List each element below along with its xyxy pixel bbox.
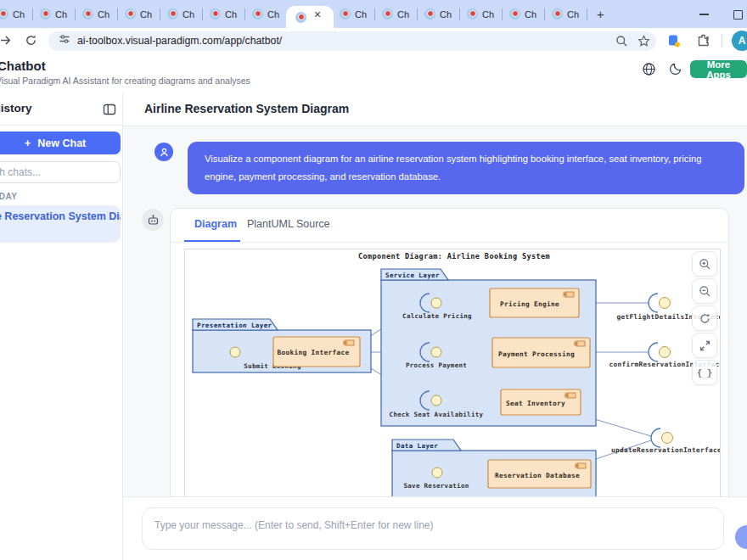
chat-item-title: Airline Reservation System Dia... [0, 210, 121, 222]
browser-tab[interactable]: Ch [34, 0, 74, 28]
new-chat-label: New Chat [37, 137, 86, 149]
send-button[interactable] [735, 525, 747, 549]
svg-text:Check Seat Availability: Check Seat Availability [390, 411, 484, 418]
tab-favicon-icon [252, 8, 263, 20]
bot-avatar [142, 209, 164, 231]
tab-label: Ch [482, 9, 494, 20]
bookmark-star-icon[interactable] [637, 35, 650, 48]
browser-tab[interactable]: Ch [418, 0, 458, 28]
window-minimize-button[interactable] [694, 8, 713, 21]
app-header: Chatbot Visual Paradigm AI Assistant for… [0, 53, 747, 94]
component-icon [344, 340, 354, 345]
component-booking-interface: Booking Interface [273, 337, 360, 367]
tab-favicon-icon [424, 8, 435, 20]
browser-tab[interactable]: Ch [334, 0, 374, 28]
browser-tab[interactable]: Ch [246, 0, 286, 28]
section-label-today: TODAY [0, 192, 17, 201]
new-chat-button[interactable]: + New Chat [0, 132, 121, 154]
tab-diagram[interactable]: Diagram [194, 218, 237, 230]
tab-separator [502, 8, 503, 20]
svg-text:Pricing Engine: Pricing Engine [500, 300, 559, 308]
svg-text:Booking Interface: Booking Interface [278, 349, 350, 356]
view-code-button[interactable] [692, 360, 717, 385]
reload-icon[interactable] [24, 33, 38, 48]
browser-tab-active[interactable] [286, 6, 334, 28]
browser-tab[interactable]: Ch [376, 0, 416, 28]
tab-label: Ch [225, 9, 237, 20]
tab-favicon-icon [167, 8, 178, 20]
new-tab-button[interactable]: + [592, 7, 609, 21]
message-input-bar [123, 496, 747, 560]
dark-mode-moon-icon[interactable] [669, 62, 683, 76]
port-process-payment [431, 347, 441, 357]
browser-tab[interactable]: Ch [546, 0, 586, 28]
svg-text:Seat Inventory: Seat Inventory [506, 400, 565, 407]
message-input[interactable] [142, 507, 724, 550]
browser-tab[interactable]: Ch [76, 0, 116, 28]
browser-tab[interactable]: Ch [119, 0, 159, 28]
profile-avatar[interactable]: A [732, 31, 747, 51]
history-title: History [0, 102, 32, 115]
tab-label: Ch [567, 9, 579, 20]
language-globe-icon[interactable] [642, 62, 656, 76]
svg-text:Save Reservation: Save Reservation [403, 482, 469, 490]
browser-tab-strip: ChChChChChChChChChChChChCh+ [0, 0, 747, 28]
site-info-icon[interactable] [59, 33, 70, 48]
tab-favicon-icon [125, 8, 136, 20]
tab-plantuml-source[interactable]: PlantUML Source [247, 218, 330, 230]
tab-favicon-icon [340, 8, 351, 20]
tab-label: Ch [183, 9, 194, 20]
svg-text:Payment Processing: Payment Processing [498, 350, 575, 358]
browser-tab[interactable]: Ch [503, 0, 543, 28]
tab-favicon-icon [40, 8, 51, 20]
tab-separator [374, 8, 375, 20]
tab-favicon-icon [382, 8, 393, 20]
page-title: Airline Reservation System Diagram [144, 102, 349, 115]
port-calculate-pricing [431, 298, 441, 308]
tab-separator [75, 8, 76, 20]
tab-favicon-icon [552, 8, 563, 20]
tab-close-icon[interactable] [314, 12, 324, 22]
window-maximize-button[interactable] [728, 8, 747, 21]
zoom-page-icon[interactable] [615, 35, 628, 48]
tab-favicon-icon [467, 8, 478, 20]
chat-history-item[interactable]: Airline Reservation System Dia... PM [0, 205, 121, 243]
svg-text:Presentation Layer: Presentation Layer [197, 322, 272, 329]
more-apps-button[interactable]: More Apps [690, 60, 747, 78]
svg-text:updateReservationInterface: updateReservationInterface [611, 446, 721, 454]
diagram-title: Component Diagram: Airline Booking Syste… [358, 252, 550, 260]
svg-text:Service Layer: Service Layer [385, 272, 440, 279]
browser-tab[interactable]: Ch [204, 0, 244, 28]
robot-icon [147, 214, 160, 227]
browser-tab[interactable]: Ch [461, 0, 501, 28]
component-pricing-engine: Pricing Engine [490, 288, 579, 317]
zoom-in-button[interactable] [692, 251, 717, 277]
reset-view-button[interactable] [692, 305, 717, 331]
svg-text:Calculate Pricing: Calculate Pricing [402, 312, 472, 320]
browser-tab[interactable]: Ch [0, 0, 31, 28]
tab-favicon-icon [509, 8, 520, 20]
tab-separator [544, 8, 545, 20]
url-field[interactable]: ai-toolbox.visual-paradigm.com/app/chatb… [48, 31, 656, 51]
history-sidebar: History + New Chat TODAY Airline Reserva… [0, 93, 123, 560]
app-title: Chatbot [0, 59, 46, 73]
component-payment-processing: Payment Processing [492, 338, 590, 367]
collapse-panel-icon[interactable] [103, 103, 116, 116]
tab-separator [244, 8, 245, 20]
interface-update-reservation: updateReservationInterface [611, 428, 721, 454]
zoom-out-button[interactable] [692, 278, 717, 304]
lens-icon[interactable] [667, 34, 682, 48]
tab-separator [417, 8, 418, 20]
browser-tab[interactable]: Ch [161, 0, 201, 28]
tab-label: Ch [140, 9, 152, 20]
component-icon [564, 292, 574, 297]
forward-icon[interactable] [0, 33, 13, 48]
port-save-reservation [432, 468, 442, 478]
url-text: ai-toolbox.visual-paradigm.com/app/chatb… [77, 35, 282, 47]
component-icon [565, 393, 576, 398]
extensions-icon[interactable] [696, 33, 710, 48]
port-submit-booking [230, 347, 240, 357]
chat-main-area: Airline Reservation System Diagram Visua… [123, 93, 747, 560]
fullscreen-button[interactable] [692, 333, 717, 358]
search-chats-input[interactable] [0, 161, 121, 183]
